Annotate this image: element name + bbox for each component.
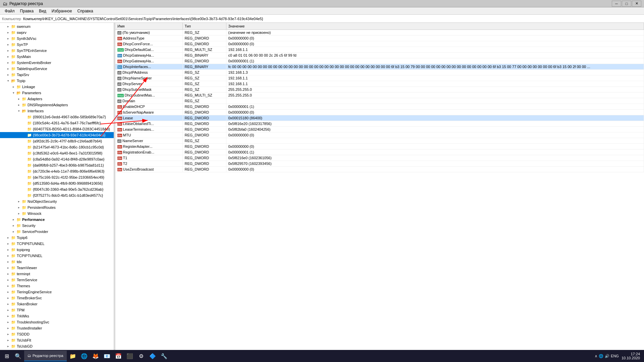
tree-item-trustedinstaller[interactable]: ▸📁TrustedInstaller — [0, 325, 114, 331]
tree-item-swenum[interactable]: ▸📁swenum — [0, 23, 114, 29]
tree-expander-syntp[interactable]: ▸ — [5, 42, 11, 47]
tree-item-tieringenginesvc[interactable]: ▸📁TieringEngineService — [0, 289, 114, 295]
tree-item-tsubsfit[interactable]: ▸📁TsUsbFlt — [0, 337, 114, 343]
tree-expander-iface4[interactable] — [21, 132, 27, 138]
minimize-button[interactable]: ─ — [612, 1, 621, 7]
tree-expander-terminpt[interactable]: ▸ — [5, 271, 11, 277]
menu-file[interactable]: Файл — [2, 8, 17, 14]
table-row[interactable]: dwLeaseREG_DWORD0x00015180 (86400) — [115, 115, 644, 121]
tree-expander-tieringenginesvc[interactable]: ▸ — [5, 289, 11, 295]
tree-expander-tdx[interactable]: ▸ — [5, 259, 11, 264]
taskbar-settings[interactable]: ⚙ — [136, 351, 147, 361]
taskbar-regedit-app[interactable]: 🗂 Редактор реестра — [24, 351, 67, 361]
tree-item-sysmain[interactable]: ▸📁SysMain — [0, 54, 114, 60]
tree-item-tapisrv[interactable]: ▸📁TapiSrv — [0, 72, 114, 78]
tree-expander-dnsreg[interactable]: ▸ — [16, 102, 21, 108]
tree-expander-security[interactable]: ▸ — [11, 223, 16, 228]
taskbar-tool2[interactable]: 🔧 — [159, 351, 169, 361]
tree-expander-iface8[interactable] — [21, 157, 27, 162]
tree-expander-syntpenhservice[interactable]: ▸ — [5, 48, 11, 53]
tree-expander-iface11[interactable] — [21, 175, 27, 180]
tree-expander-iface10[interactable] — [21, 169, 27, 174]
table-row[interactable]: abNameServerREG_SZ — [115, 138, 644, 143]
tree-item-tcpip6[interactable]: ▸📁Tcpip6 — [0, 235, 114, 241]
menu-edit[interactable]: Правка — [17, 8, 37, 14]
tree-expander-troubleshoot[interactable]: ▸ — [5, 319, 11, 325]
tree-expander-systemeventsbr[interactable]: ▸ — [5, 60, 11, 65]
table-row[interactable]: dwUseZeroBroadcastREG_DWORD0x00000000 (0… — [115, 166, 644, 172]
tree-expander-iface3[interactable] — [21, 126, 27, 132]
start-button[interactable]: ⊞ — [1, 351, 12, 361]
taskbar-chrome[interactable]: 🌐 — [79, 351, 90, 361]
tree-expander-trustedinstaller[interactable]: ▸ — [5, 325, 11, 331]
tree-item-dnsreg[interactable]: ▸📁DNSRegisteredAdapters — [0, 102, 114, 108]
tree-item-linkage[interactable]: ▸📁Linkage — [0, 84, 114, 90]
tree-item-iface12[interactable]: 📁{df513580-6d4a-4fb9-80f0-996889410656} — [0, 180, 114, 186]
maximize-button[interactable]: □ — [622, 1, 631, 7]
taskbar-explorer[interactable]: 📁 — [67, 351, 78, 361]
table-row[interactable]: abDhcpSubnetMaskREG_SZ255.255.255.0 — [115, 86, 644, 92]
table-row[interactable]: abDhcpServerREG_SZ192.168.1.1 — [115, 81, 644, 86]
tree-item-trkwks[interactable]: ▸📁TrkWks — [0, 313, 114, 319]
tree-item-timebrokersvc[interactable]: ▸📁TimeBrokerSvc — [0, 295, 114, 301]
tree-item-tcpip6tunnel[interactable]: ▸📁TCPIP6TUNNEL — [0, 241, 114, 247]
tree-item-themes[interactable]: ▸📁Themes — [0, 283, 114, 289]
clock-widget[interactable]: 17:24 10.10.2020 — [622, 352, 640, 360]
tree-expander-swprv[interactable]: ▸ — [5, 30, 11, 35]
tree-expander-iface1[interactable] — [21, 114, 27, 120]
tree-item-tcpiptunnel[interactable]: ▸📁TCPIPTUNNEL — [0, 253, 114, 259]
tree-item-tokenbroker[interactable]: ▸📁TokenBroker — [0, 301, 114, 307]
table-row[interactable]: mszDhcpSubnetMas...REG_MULTI_SZ255.255.2… — [115, 92, 644, 98]
table-row[interactable]: dwAddressTypeREG_DWORD0x00000000 (0) — [115, 35, 644, 41]
tree-item-tdx[interactable]: ▸📁tdx — [0, 259, 114, 265]
tree-expander-teamviewer[interactable]: ▸ — [5, 265, 11, 270]
tree-item-serviceprovider[interactable]: ▸📁ServiceProvider — [0, 229, 114, 235]
table-row[interactable]: mszDhcpDefaultGat...REG_MULTI_SZ192.168.… — [115, 47, 644, 52]
taskbar-firefox[interactable]: 🦊 — [90, 351, 101, 361]
tree-item-winsock[interactable]: ▸📁Winsock — [0, 210, 114, 217]
tree-item-persistent[interactable]: ▸📁PersistentRoutes — [0, 204, 114, 210]
table-row[interactable]: dwEnableDHCPREG_DWORD0x00000001 (1) — [115, 104, 644, 109]
tree-expander-iface2[interactable] — [21, 120, 27, 126]
tree-expander-performance[interactable]: ▸ — [11, 217, 16, 222]
table-row[interactable]: abDhcpNameServerREG_SZ192.168.1.1 — [115, 75, 644, 81]
table-row[interactable]: abDhcpIPAddressREG_SZ192.168.1.3 — [115, 69, 644, 75]
table-row[interactable]: dwRegistrationEnab...REG_DWORD0x00000001… — [115, 149, 644, 155]
tree-expander-linkage[interactable]: ▸ — [11, 84, 16, 89]
tree-item-adapters[interactable]: ▸📁Adapters — [0, 96, 114, 102]
tree-expander-iface5[interactable] — [21, 138, 27, 144]
tree-item-iface13[interactable]: 📁{f0047c30-3360-4fad-90e5-3a762cd236ab} — [0, 186, 114, 192]
tree-expander-parameters[interactable]: ▾ — [11, 90, 16, 96]
taskbar-calendar[interactable]: 📅 — [113, 351, 124, 361]
tree-item-iface14[interactable]: 📁{f2f75277c-8dc0-4bf1-bf2c-b1d83ed4577c} — [0, 192, 114, 198]
tree-item-synth3dvsc[interactable]: ▸📁Synth3dVsc — [0, 36, 114, 42]
tree-item-iface6[interactable]: 📁{b21475ef-4673-41bc-8d6c-180cb1c95c0d} — [0, 144, 114, 150]
table-row[interactable]: dwLeaseTerminates...REG_DWORD0x5f82bfa0 … — [115, 126, 644, 132]
tree-expander-tsubsgd[interactable]: ▸ — [5, 344, 11, 349]
table-row[interactable]: binDhcpInterfaces...REG_BINARYfc 00 00 0… — [115, 64, 644, 69]
taskbar-mail[interactable]: 📧 — [102, 351, 112, 361]
table-row[interactable]: dwDhcpConnForce...REG_DWORD0x00000000 (0… — [115, 41, 644, 47]
tree-item-interfaces[interactable]: ▾📂Interfaces — [0, 108, 114, 114]
menu-view[interactable]: Вид — [36, 8, 49, 14]
tree-item-performance[interactable]: ▸📁Performance — [0, 217, 114, 223]
tree-expander-themes[interactable]: ▸ — [5, 283, 11, 289]
tree-item-iface4[interactable]: 📁{98ce00e3-3b73-4d78-93e7-619c434e04e5} — [0, 132, 114, 138]
tree-expander-iface13[interactable] — [21, 187, 27, 192]
tree-item-nsiobject[interactable]: ▸📁NsiObjectSecurity — [0, 198, 114, 204]
tree-expander-iface6[interactable] — [21, 144, 27, 150]
tree-expander-adapters[interactable]: ▸ — [16, 96, 21, 102]
tree-item-iface8[interactable]: 📁{c8a54d8d-0a92-414d-8f48-d28e9897c0ae} — [0, 156, 114, 162]
tree-item-iface9[interactable]: 📁{da6f6fb9-b257-4be3-806b-b9875da81d11} — [0, 162, 114, 168]
tree-expander-tcpip[interactable]: ▾ — [5, 78, 11, 83]
tree-item-tsddd[interactable]: ▸📁TSDDD — [0, 331, 114, 337]
tree-expander-winsock[interactable]: ▸ — [16, 211, 21, 216]
tree-item-termservice[interactable]: ▸📁TermService — [0, 277, 114, 283]
tree-item-tcpipreg[interactable]: ▸📁tcpipreg — [0, 247, 114, 253]
tree-expander-swenum[interactable]: ▸ — [5, 24, 11, 29]
tree-expander-tokenbroker[interactable]: ▸ — [5, 301, 11, 307]
tree-expander-interfaces[interactable]: ▾ — [16, 108, 21, 114]
tree-expander-tapisrv[interactable]: ▸ — [5, 72, 11, 77]
tree-item-terminpt[interactable]: ▸📁terminpt — [0, 271, 114, 277]
tree-expander-tcpip6tunnel[interactable]: ▸ — [5, 241, 11, 246]
